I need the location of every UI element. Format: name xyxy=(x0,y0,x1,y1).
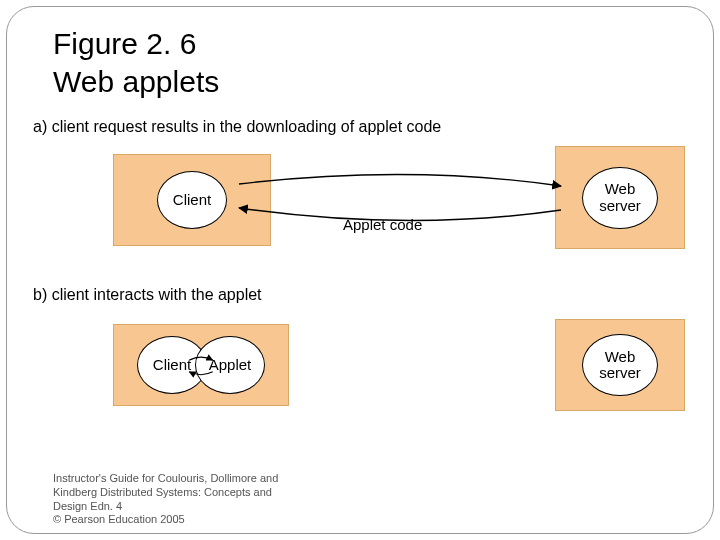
footer-line-4: © Pearson Education 2005 xyxy=(53,513,185,525)
diagram-a: Client Web server Applet code xyxy=(113,146,685,256)
client-container-a: Client xyxy=(113,154,271,246)
server-node-a: Web server xyxy=(582,167,658,229)
footer-line-3: Design Edn. 4 xyxy=(53,500,122,512)
server-label: Web server xyxy=(599,181,641,214)
applet-node: Applet xyxy=(195,336,265,394)
caption-a: a) client request results in the downloa… xyxy=(33,118,685,136)
applet-label: Applet xyxy=(209,357,252,374)
client-applet-container: Client Applet xyxy=(113,324,289,406)
client-node-a: Client xyxy=(157,171,227,229)
title-line-1: Figure 2. 6 xyxy=(53,27,196,60)
client-label: Client xyxy=(173,192,211,209)
footer-line-2: Kindberg Distributed Systems: Concepts a… xyxy=(53,486,272,498)
server-label-b: Web server xyxy=(599,349,641,382)
server-container-b: Web server xyxy=(555,319,685,411)
title-line-2: Web applets xyxy=(53,65,219,98)
applet-code-label: Applet code xyxy=(343,216,422,233)
diagram-b: Client Applet Web server xyxy=(113,314,685,414)
server-container-a: Web server xyxy=(555,146,685,249)
client-label-b: Client xyxy=(153,357,191,374)
footer-credit: Instructor's Guide for Coulouris, Dollim… xyxy=(53,472,278,527)
caption-b: b) client interacts with the applet xyxy=(33,286,685,304)
figure-title: Figure 2. 6 Web applets xyxy=(53,25,685,100)
footer-line-1: Instructor's Guide for Coulouris, Dollim… xyxy=(53,472,278,484)
slide-frame: Figure 2. 6 Web applets a) client reques… xyxy=(6,6,714,534)
server-node-b: Web server xyxy=(582,334,658,396)
